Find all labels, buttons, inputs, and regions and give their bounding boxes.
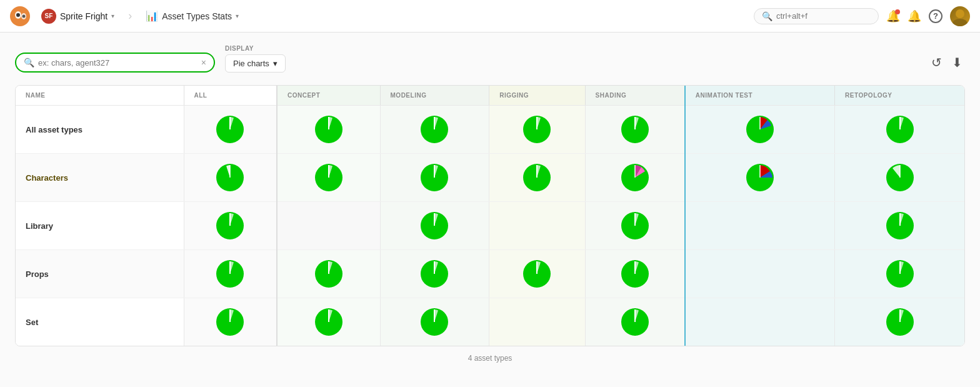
cell-library-modeling[interactable] [380, 202, 489, 250]
cell-all-asset-types-all[interactable] [184, 106, 277, 154]
pie-chart-characters-concept [315, 164, 342, 191]
cell-props-shading[interactable] [585, 250, 685, 298]
stats-table: NAME ALL CONCEPT MODELING RIGGING SHADIN… [16, 86, 964, 346]
display-chevron-icon: ▾ [273, 59, 278, 68]
pie-chart-all-asset-types-concept [315, 116, 342, 143]
cell-set-retopology[interactable] [835, 298, 964, 346]
pie-chart-library-all [216, 212, 244, 239]
project-chevron-icon: ▾ [111, 13, 114, 19]
cell-library-animation-test-empty [685, 202, 835, 250]
nav-right: 🔍 🔔 🔔 ? [754, 6, 970, 26]
pie-chart-props-modeling [421, 260, 448, 288]
svg-point-5 [956, 9, 964, 18]
cell-library-rigging-empty [489, 202, 585, 250]
global-search-input[interactable] [776, 11, 871, 21]
table-header-row: NAME ALL CONCEPT MODELING RIGGING SHADIN… [16, 86, 964, 106]
cell-set-animation-test-empty [685, 298, 835, 346]
cell-characters-concept[interactable] [277, 154, 380, 202]
pie-chart-library-retopology [886, 212, 914, 239]
svg-point-2 [16, 13, 20, 17]
avatar[interactable] [950, 6, 970, 26]
search-clear-button[interactable]: × [201, 58, 206, 68]
project-button[interactable]: SF Sprite Fright ▾ [35, 6, 121, 26]
cell-props-all[interactable] [184, 250, 277, 298]
cell-library-all[interactable] [184, 202, 277, 250]
table-row: Characters [16, 154, 964, 202]
alerts-icon: 🔔 [908, 10, 921, 23]
pie-chart-props-retopology [886, 260, 914, 288]
cell-props-animation-test-empty [685, 250, 835, 298]
download-button[interactable]: ⬇ [949, 53, 965, 73]
project-icon: SF [41, 9, 56, 24]
right-toolbar: ↺ ⬇ [929, 53, 965, 73]
col-header-animation-test: ANIMATION TEST [685, 86, 835, 106]
pie-chart-characters-rigging [523, 164, 551, 191]
display-select[interactable]: Pie charts ▾ [225, 54, 286, 73]
table-footer: 4 asset types [15, 346, 965, 370]
cell-props-rigging[interactable] [489, 250, 585, 298]
cell-characters-all[interactable] [184, 154, 277, 202]
cell-characters-shading[interactable] [585, 154, 685, 202]
cell-characters-rigging[interactable] [489, 154, 585, 202]
cell-set-concept[interactable] [277, 298, 380, 346]
reset-button[interactable]: ↺ [929, 53, 944, 73]
col-header-concept: CONCEPT [277, 86, 380, 106]
filter-search-icon: 🔍 [24, 58, 34, 68]
cell-props-retopology[interactable] [835, 250, 964, 298]
col-header-modeling: MODELING [380, 86, 489, 106]
cell-all-asset-types-concept[interactable] [277, 106, 380, 154]
stats-table-wrapper: NAME ALL CONCEPT MODELING RIGGING SHADIN… [15, 85, 965, 346]
search-icon: 🔍 [762, 11, 772, 21]
col-header-shading: SHADING [585, 86, 685, 106]
cell-props-modeling[interactable] [380, 250, 489, 298]
row-name-props: Props [16, 250, 184, 298]
pie-chart-all-asset-types-modeling [421, 116, 448, 143]
row-name-library: Library [16, 202, 184, 250]
notification-dot [895, 9, 900, 14]
help-icon: ? [929, 9, 942, 23]
pie-chart-set-shading [621, 308, 649, 336]
cell-props-concept[interactable] [277, 250, 380, 298]
display-value: Pie charts [233, 59, 269, 68]
pie-chart-props-concept [315, 260, 342, 288]
cell-library-concept-empty [277, 202, 380, 250]
filter-search-box[interactable]: 🔍 × [15, 53, 215, 73]
cell-all-asset-types-modeling[interactable] [380, 106, 489, 154]
cell-all-asset-types-animation-test[interactable] [685, 106, 835, 154]
page-chevron-icon: ▾ [236, 13, 239, 19]
display-label: DISPLAY [225, 45, 286, 52]
cell-all-asset-types-retopology[interactable] [835, 106, 964, 154]
cell-set-all[interactable] [184, 298, 277, 346]
svg-point-6 [952, 19, 968, 26]
display-group: DISPLAY Pie charts ▾ [225, 45, 286, 73]
cell-set-shading[interactable] [585, 298, 685, 346]
project-name: Sprite Fright [60, 11, 108, 21]
alerts-button[interactable]: 🔔 [908, 9, 921, 23]
notifications-button[interactable]: 🔔 [886, 9, 900, 23]
cell-characters-retopology[interactable] [835, 154, 964, 202]
pie-chart-all-asset-types-shading [621, 116, 649, 143]
download-icon: ⬇ [952, 56, 962, 69]
pie-chart-set-all [216, 308, 244, 336]
table-row: Set [16, 298, 964, 346]
row-name-all-asset-types: All asset types [16, 106, 184, 154]
cell-characters-modeling[interactable] [380, 154, 489, 202]
cell-set-modeling[interactable] [380, 298, 489, 346]
page-icon: 📊 [146, 10, 158, 22]
cell-library-retopology[interactable] [835, 202, 964, 250]
reset-icon: ↺ [931, 56, 942, 69]
pie-chart-characters-animation-test [746, 164, 774, 191]
help-button[interactable]: ? [929, 9, 942, 23]
cell-all-asset-types-rigging[interactable] [489, 106, 585, 154]
cell-library-shading[interactable] [585, 202, 685, 250]
pie-chart-props-shading [621, 260, 649, 288]
pie-chart-all-asset-types-rigging [523, 116, 551, 143]
table-row: Library [16, 202, 964, 250]
pie-chart-set-concept [315, 308, 342, 336]
global-search-box[interactable]: 🔍 [754, 8, 879, 24]
pie-chart-characters-modeling [421, 164, 448, 191]
cell-characters-animation-test[interactable] [685, 154, 835, 202]
cell-all-asset-types-shading[interactable] [585, 106, 685, 154]
page-button[interactable]: 📊 Asset Types Stats ▾ [139, 8, 245, 24]
filter-search-input[interactable] [38, 58, 198, 68]
